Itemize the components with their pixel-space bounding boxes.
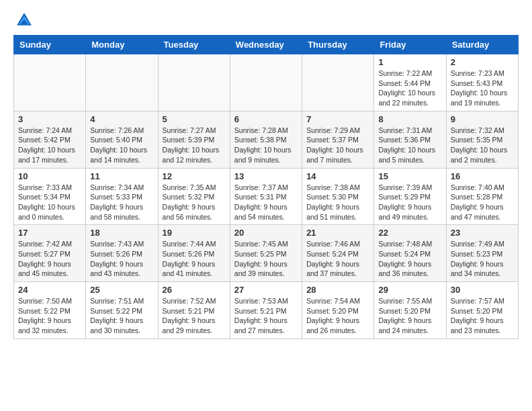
day-info: Sunrise: 7:53 AM Sunset: 5:21 PM Dayligh… bbox=[234, 296, 298, 336]
calendar-day-header: Monday bbox=[86, 36, 158, 54]
calendar-cell: 20Sunrise: 7:45 AM Sunset: 5:25 PM Dayli… bbox=[230, 225, 302, 282]
day-number: 23 bbox=[451, 228, 514, 238]
day-info: Sunrise: 7:38 AM Sunset: 5:30 PM Dayligh… bbox=[306, 183, 369, 222]
calendar-cell: 1Sunrise: 7:22 AM Sunset: 5:44 PM Daylig… bbox=[374, 54, 446, 111]
day-info: Sunrise: 7:49 AM Sunset: 5:23 PM Dayligh… bbox=[451, 239, 514, 279]
calendar-cell: 14Sunrise: 7:38 AM Sunset: 5:30 PM Dayli… bbox=[302, 168, 374, 225]
day-info: Sunrise: 7:27 AM Sunset: 5:39 PM Dayligh… bbox=[163, 126, 226, 165]
day-number: 15 bbox=[378, 171, 441, 181]
calendar-week-row: 3Sunrise: 7:24 AM Sunset: 5:42 PM Daylig… bbox=[14, 111, 519, 168]
calendar-cell: 15Sunrise: 7:39 AM Sunset: 5:29 PM Dayli… bbox=[374, 168, 446, 225]
calendar-cell: 9Sunrise: 7:32 AM Sunset: 5:35 PM Daylig… bbox=[446, 111, 518, 168]
calendar-cell: 4Sunrise: 7:26 AM Sunset: 5:40 PM Daylig… bbox=[86, 111, 158, 168]
day-info: Sunrise: 7:48 AM Sunset: 5:24 PM Dayligh… bbox=[378, 239, 441, 279]
day-info: Sunrise: 7:35 AM Sunset: 5:32 PM Dayligh… bbox=[163, 183, 226, 222]
calendar-cell: 19Sunrise: 7:44 AM Sunset: 5:26 PM Dayli… bbox=[158, 225, 230, 282]
day-info: Sunrise: 7:43 AM Sunset: 5:26 PM Dayligh… bbox=[90, 239, 153, 279]
calendar-cell: 16Sunrise: 7:40 AM Sunset: 5:28 PM Dayli… bbox=[446, 168, 518, 225]
day-info: Sunrise: 7:24 AM Sunset: 5:42 PM Dayligh… bbox=[18, 126, 81, 165]
calendar-day-header: Tuesday bbox=[158, 36, 230, 54]
day-number: 1 bbox=[378, 57, 441, 67]
day-number: 8 bbox=[378, 114, 441, 124]
calendar-day-header: Wednesday bbox=[230, 36, 302, 54]
day-number: 25 bbox=[90, 285, 153, 295]
calendar-cell: 25Sunrise: 7:51 AM Sunset: 5:22 PM Dayli… bbox=[86, 282, 158, 339]
day-number: 5 bbox=[163, 114, 226, 124]
calendar-day-header: Thursday bbox=[302, 36, 374, 54]
day-info: Sunrise: 7:39 AM Sunset: 5:29 PM Dayligh… bbox=[378, 183, 441, 222]
day-number: 19 bbox=[163, 228, 226, 238]
calendar-cell: 26Sunrise: 7:52 AM Sunset: 5:21 PM Dayli… bbox=[158, 282, 230, 339]
calendar-cell: 5Sunrise: 7:27 AM Sunset: 5:39 PM Daylig… bbox=[158, 111, 230, 168]
day-info: Sunrise: 7:40 AM Sunset: 5:28 PM Dayligh… bbox=[451, 183, 514, 222]
day-info: Sunrise: 7:22 AM Sunset: 5:44 PM Dayligh… bbox=[378, 68, 441, 108]
day-number: 4 bbox=[90, 114, 153, 124]
calendar-cell: 11Sunrise: 7:34 AM Sunset: 5:33 PM Dayli… bbox=[86, 168, 158, 225]
calendar-cell: 12Sunrise: 7:35 AM Sunset: 5:32 PM Dayli… bbox=[158, 168, 230, 225]
logo bbox=[13, 11, 34, 30]
calendar-cell bbox=[302, 54, 374, 111]
day-number: 30 bbox=[451, 285, 514, 295]
day-number: 13 bbox=[234, 171, 298, 181]
calendar-cell bbox=[86, 54, 158, 111]
calendar-cell: 7Sunrise: 7:29 AM Sunset: 5:37 PM Daylig… bbox=[302, 111, 374, 168]
calendar-week-row: 1Sunrise: 7:22 AM Sunset: 5:44 PM Daylig… bbox=[14, 54, 519, 111]
day-info: Sunrise: 7:29 AM Sunset: 5:37 PM Dayligh… bbox=[306, 126, 369, 165]
calendar-cell: 13Sunrise: 7:37 AM Sunset: 5:31 PM Dayli… bbox=[230, 168, 302, 225]
calendar-cell: 30Sunrise: 7:57 AM Sunset: 5:20 PM Dayli… bbox=[446, 282, 518, 339]
calendar-cell bbox=[158, 54, 230, 111]
day-number: 18 bbox=[90, 228, 153, 238]
header bbox=[13, 11, 519, 30]
day-number: 9 bbox=[451, 114, 514, 124]
day-number: 29 bbox=[378, 285, 441, 295]
calendar-table: SundayMondayTuesdayWednesdayThursdayFrid… bbox=[13, 35, 519, 339]
day-number: 24 bbox=[18, 285, 81, 295]
day-info: Sunrise: 7:44 AM Sunset: 5:26 PM Dayligh… bbox=[163, 239, 226, 279]
day-info: Sunrise: 7:55 AM Sunset: 5:20 PM Dayligh… bbox=[378, 296, 441, 336]
day-number: 10 bbox=[18, 171, 81, 181]
day-info: Sunrise: 7:45 AM Sunset: 5:25 PM Dayligh… bbox=[234, 239, 298, 279]
day-number: 26 bbox=[163, 285, 226, 295]
calendar-cell: 27Sunrise: 7:53 AM Sunset: 5:21 PM Dayli… bbox=[230, 282, 302, 339]
day-info: Sunrise: 7:57 AM Sunset: 5:20 PM Dayligh… bbox=[451, 296, 514, 336]
calendar-cell: 24Sunrise: 7:50 AM Sunset: 5:22 PM Dayli… bbox=[14, 282, 86, 339]
day-number: 14 bbox=[306, 171, 369, 181]
calendar-cell: 2Sunrise: 7:23 AM Sunset: 5:43 PM Daylig… bbox=[446, 54, 518, 111]
day-number: 28 bbox=[306, 285, 369, 295]
calendar-cell: 17Sunrise: 7:42 AM Sunset: 5:27 PM Dayli… bbox=[14, 225, 86, 282]
calendar-cell: 28Sunrise: 7:54 AM Sunset: 5:20 PM Dayli… bbox=[302, 282, 374, 339]
day-info: Sunrise: 7:28 AM Sunset: 5:38 PM Dayligh… bbox=[234, 126, 298, 165]
day-info: Sunrise: 7:51 AM Sunset: 5:22 PM Dayligh… bbox=[90, 296, 153, 336]
day-info: Sunrise: 7:26 AM Sunset: 5:40 PM Dayligh… bbox=[90, 126, 153, 165]
day-number: 7 bbox=[306, 114, 369, 124]
day-info: Sunrise: 7:54 AM Sunset: 5:20 PM Dayligh… bbox=[306, 296, 369, 336]
calendar-cell: 22Sunrise: 7:48 AM Sunset: 5:24 PM Dayli… bbox=[374, 225, 446, 282]
day-number: 21 bbox=[306, 228, 369, 238]
day-number: 3 bbox=[18, 114, 81, 124]
day-info: Sunrise: 7:34 AM Sunset: 5:33 PM Dayligh… bbox=[90, 183, 153, 222]
page-container: SundayMondayTuesdayWednesdayThursdayFrid… bbox=[0, 0, 532, 350]
day-info: Sunrise: 7:46 AM Sunset: 5:24 PM Dayligh… bbox=[306, 239, 369, 279]
calendar-week-row: 24Sunrise: 7:50 AM Sunset: 5:22 PM Dayli… bbox=[14, 282, 519, 339]
calendar-cell: 6Sunrise: 7:28 AM Sunset: 5:38 PM Daylig… bbox=[230, 111, 302, 168]
day-number: 17 bbox=[18, 228, 81, 238]
calendar-week-row: 10Sunrise: 7:33 AM Sunset: 5:34 PM Dayli… bbox=[14, 168, 519, 225]
calendar-cell: 23Sunrise: 7:49 AM Sunset: 5:23 PM Dayli… bbox=[446, 225, 518, 282]
day-info: Sunrise: 7:23 AM Sunset: 5:43 PM Dayligh… bbox=[451, 68, 514, 108]
day-info: Sunrise: 7:42 AM Sunset: 5:27 PM Dayligh… bbox=[18, 239, 81, 279]
day-info: Sunrise: 7:52 AM Sunset: 5:21 PM Dayligh… bbox=[163, 296, 226, 336]
calendar-cell bbox=[14, 54, 86, 111]
calendar-cell bbox=[230, 54, 302, 111]
day-number: 16 bbox=[451, 171, 514, 181]
calendar-day-header: Sunday bbox=[14, 36, 86, 54]
calendar-cell: 21Sunrise: 7:46 AM Sunset: 5:24 PM Dayli… bbox=[302, 225, 374, 282]
calendar-cell: 29Sunrise: 7:55 AM Sunset: 5:20 PM Dayli… bbox=[374, 282, 446, 339]
calendar-cell: 10Sunrise: 7:33 AM Sunset: 5:34 PM Dayli… bbox=[14, 168, 86, 225]
calendar-week-row: 17Sunrise: 7:42 AM Sunset: 5:27 PM Dayli… bbox=[14, 225, 519, 282]
day-info: Sunrise: 7:32 AM Sunset: 5:35 PM Dayligh… bbox=[451, 126, 514, 165]
day-number: 11 bbox=[90, 171, 153, 181]
logo-icon bbox=[15, 11, 34, 30]
calendar-day-header: Friday bbox=[374, 36, 446, 54]
day-info: Sunrise: 7:50 AM Sunset: 5:22 PM Dayligh… bbox=[18, 296, 81, 336]
day-number: 22 bbox=[378, 228, 441, 238]
